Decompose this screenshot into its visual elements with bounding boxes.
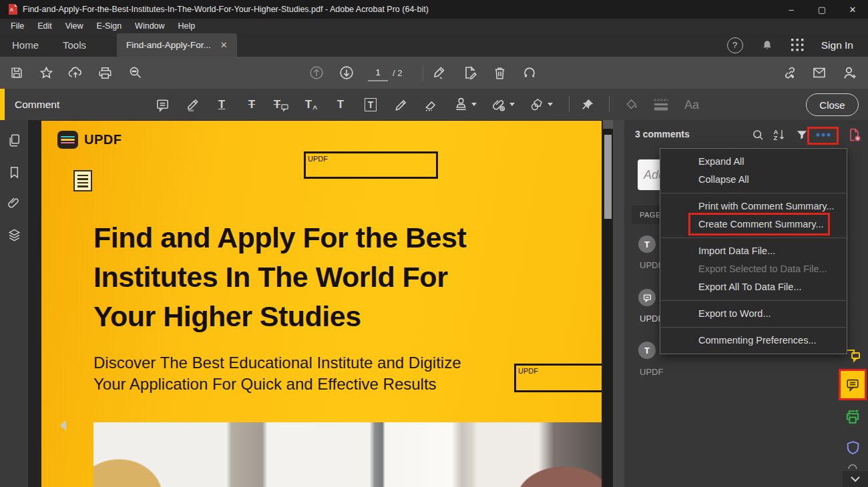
cloud-upload-icon[interactable] (64, 61, 87, 84)
rectangle-annotation-2[interactable]: UPDF (514, 364, 602, 392)
stamp-tool-icon[interactable] (449, 93, 473, 117)
close-button[interactable]: ✕ (837, 0, 868, 19)
menu-edit[interactable]: Edit (31, 19, 59, 33)
fill-sign-icon[interactable] (428, 61, 451, 84)
app-grid-icon[interactable] (791, 39, 804, 51)
user-add-icon[interactable] (838, 61, 861, 84)
menu-item-collapse-all[interactable]: Collapse All (660, 171, 847, 189)
menu-item-commenting-preferences[interactable]: Commenting Preferences... (660, 332, 847, 350)
search-comments-icon[interactable] (748, 125, 767, 144)
fill-color-tool-icon[interactable] (620, 93, 644, 117)
insert-text-tool-icon[interactable]: T ^ (299, 93, 323, 117)
pin-tool-icon[interactable] (576, 93, 600, 117)
save-icon[interactable] (5, 61, 28, 84)
maximize-button[interactable]: ▢ (807, 0, 837, 19)
comment-tool-active[interactable] (839, 369, 867, 400)
next-page-icon[interactable] (335, 61, 358, 84)
menu-help[interactable]: Help (172, 19, 202, 33)
menu-divider (661, 327, 846, 328)
poster-photo (93, 422, 602, 487)
pdf-file-icon: A (8, 4, 17, 15)
svg-text:A: A (10, 7, 13, 12)
previous-page-icon[interactable] (305, 61, 328, 84)
line-thickness-tool-icon[interactable] (649, 93, 673, 117)
sticky-note-annotation[interactable] (73, 170, 92, 191)
print-icon[interactable] (93, 61, 116, 84)
menu-esign[interactable]: E-Sign (90, 19, 129, 33)
menu-item-export-to-word[interactable]: Export to Word... (660, 305, 847, 323)
page-thumbnails-icon[interactable] (3, 129, 25, 151)
add-text-tool-icon[interactable]: T (329, 93, 353, 117)
main-toolbar: 1 / 2 (0, 57, 868, 89)
comment-toolbar-title: Comment (15, 89, 59, 120)
menu-item-import-data-file[interactable]: Import Data File... (660, 242, 847, 260)
sort-comments-icon[interactable]: AZ (770, 125, 789, 144)
shapes-dropdown-caret[interactable] (548, 103, 553, 106)
tab-document[interactable]: Find-and-Apply-For... ✕ (117, 33, 237, 57)
create-pdf-comment-icon[interactable] (845, 125, 863, 144)
eraser-tool-icon[interactable] (419, 93, 443, 117)
options-highlight-box (807, 127, 839, 145)
menu-file[interactable]: File (4, 19, 31, 33)
tab-tools[interactable]: Tools (51, 33, 98, 57)
acrobat-window: A Find-and-Apply-For-the-Best-Institutes… (0, 0, 868, 487)
panel-gutter (613, 120, 624, 487)
chevron-down-icon[interactable] (850, 476, 861, 482)
notifications-bell-icon[interactable] (761, 39, 774, 52)
updf-logo-icon (57, 131, 78, 149)
email-icon[interactable] (808, 61, 831, 84)
scrollbar-top-cap (603, 120, 613, 129)
search-zoom-icon[interactable] (124, 61, 147, 84)
underline-text-tool-icon[interactable]: T (210, 93, 234, 117)
document-pane: UPDF UPDF Find and Apply For the Best In… (28, 120, 624, 487)
pencil-draw-tool-icon[interactable] (389, 93, 413, 117)
rectangle-annotation-1[interactable]: UPDF (304, 151, 438, 179)
print-production-tool-icon[interactable] (841, 406, 865, 428)
avatar: T (638, 342, 656, 359)
edit-pdf-icon[interactable] (459, 61, 481, 84)
pdf-page: UPDF UPDF Find and Apply For the Best In… (41, 121, 602, 487)
delete-trash-icon[interactable] (488, 61, 511, 84)
attachments-icon[interactable] (3, 191, 25, 214)
sticky-note-tool-icon[interactable] (150, 93, 174, 117)
menu-divider (661, 237, 846, 238)
comment-options-context-menu: Expand All Collapse All Print with Comme… (660, 148, 847, 354)
menu-item-expand-all[interactable]: Expand All (660, 153, 847, 171)
protect-shield-tool-icon[interactable] (841, 436, 865, 460)
rail-scroll-strip (843, 471, 868, 487)
scrollbar-thumb[interactable] (604, 135, 612, 219)
comments-count-label: 3 comments (635, 129, 690, 139)
tabbar-right: ? Sign In (727, 33, 868, 57)
share-link-icon[interactable] (779, 61, 801, 84)
tab-close-icon[interactable]: ✕ (220, 40, 228, 50)
menu-item-create-comment-summary[interactable]: Create Comment Summary... (660, 215, 847, 233)
layers-icon[interactable] (3, 223, 25, 246)
avatar: T (638, 235, 656, 253)
menu-window[interactable]: Window (128, 19, 171, 33)
star-favorite-icon[interactable] (35, 61, 57, 84)
text-box-tool-icon[interactable]: T (359, 93, 383, 117)
menu-item-export-all[interactable]: Export All To Data File... (660, 278, 847, 296)
page-number-input[interactable]: 1 (368, 65, 388, 81)
rotate-reset-icon[interactable] (518, 61, 541, 84)
comment-accent-strip (0, 89, 5, 120)
vertical-scrollbar[interactable] (603, 120, 613, 487)
sign-in-button[interactable]: Sign In (821, 39, 853, 51)
shapes-tool-icon[interactable] (525, 93, 549, 117)
replace-text-tool-icon[interactable]: T (269, 93, 293, 117)
close-comment-button[interactable]: Close (806, 93, 859, 116)
text-format-tool-icon[interactable]: Aa (680, 93, 704, 117)
menu-view[interactable]: View (59, 19, 90, 33)
attach-file-tool-icon[interactable] (487, 93, 511, 117)
minimize-button[interactable]: – (776, 0, 807, 19)
stamp-dropdown-caret[interactable] (471, 103, 477, 106)
commentbar-divider (569, 96, 570, 112)
tab-home[interactable]: Home (0, 33, 51, 57)
bookmarks-icon[interactable] (3, 161, 25, 183)
strikethrough-text-tool-icon[interactable]: T (240, 93, 264, 117)
highlight-tool-icon[interactable] (180, 93, 204, 117)
collapse-left-panel-icon[interactable] (60, 420, 66, 431)
menu-item-export-selected: Export Selected to Data File... (660, 260, 847, 278)
help-icon[interactable]: ? (727, 37, 743, 53)
attach-dropdown-caret[interactable] (509, 103, 515, 106)
